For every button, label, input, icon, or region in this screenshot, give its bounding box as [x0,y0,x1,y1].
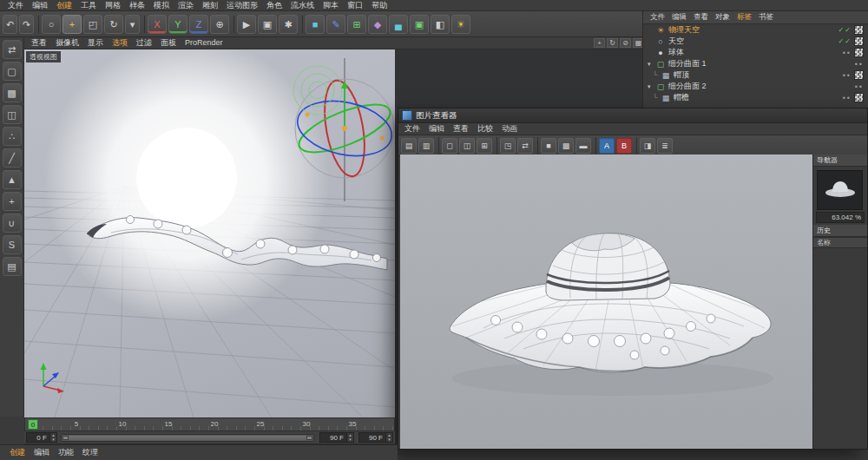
edges-mode-icon[interactable]: ╱ [3,148,22,168]
pv-menu-edit[interactable]: 编辑 [424,123,449,135]
object-row-sds-1[interactable]: ▾ ▢ 细分曲面 1 •• [643,58,868,69]
start-frame-field[interactable]: 0 F ▴▾ [26,432,57,443]
vp-menu-prorender[interactable]: ProRender [181,37,227,49]
enable-toggles[interactable]: •• [843,94,852,102]
material-menu-function[interactable]: 功能 [54,447,78,458]
menu-simulate[interactable]: 模拟 [149,0,174,11]
navigator-tab[interactable]: 导航器 [813,154,867,167]
zoom-level-field[interactable]: 63.042 % [816,212,865,223]
object-label[interactable]: 细分曲面 2 [668,81,707,92]
vp-menu-camera[interactable]: 摄像机 [51,37,83,49]
grid-view-icon[interactable]: ⊞ [477,138,492,154]
convert-icon[interactable]: ⇄ [3,40,22,59]
swap-compare-icon[interactable]: ⇄ [517,138,533,154]
live-selection-icon[interactable]: ○ [42,15,61,34]
vp-menu-display[interactable]: 显示 [83,37,108,49]
object-label[interactable]: 物理天空 [668,24,700,36]
texture-tag-icon[interactable] [854,70,864,80]
range-handle-left[interactable] [62,436,69,440]
om-menu-objects[interactable]: 对象 [712,12,733,23]
snap-icon[interactable]: ∪ [3,214,22,233]
menu-help[interactable]: 帮助 [367,0,391,11]
version-b-icon[interactable]: B [616,138,632,154]
om-menu-file[interactable]: 文件 [647,12,668,23]
texture-mode-icon[interactable]: ▩ [3,83,22,102]
range-handle-right[interactable] [306,436,312,440]
render-picture-viewer-icon[interactable]: ▣ [258,15,277,34]
texture-tag-icon[interactable] [854,93,864,102]
pan-view-icon[interactable]: + [594,38,605,48]
add-cube-icon[interactable]: ■ [306,15,325,34]
pv-menu-animation[interactable]: 动画 [497,123,522,135]
enable-toggles[interactable]: ✓✓ [838,37,852,45]
mark-image-icon[interactable]: ■ [541,138,556,154]
display-mode-icon[interactable]: ◧ [431,15,450,34]
workplane-mode-icon[interactable]: ◫ [3,105,22,124]
menu-create[interactable]: 创建 [52,0,76,11]
texture-tag-icon[interactable] [854,48,864,57]
menu-character[interactable]: 角色 [262,0,286,11]
frame-range-slider[interactable] [61,434,314,442]
pv-menu-view[interactable]: 查看 [449,123,473,135]
polygons-mode-icon[interactable]: ▲ [3,170,22,189]
pv-menu-file[interactable]: 文件 [400,123,424,135]
expand-icon[interactable]: ▾ [648,83,655,90]
histogram-icon[interactable]: ≣ [657,138,673,154]
render-settings-icon[interactable]: ✱ [279,15,298,34]
redo-icon[interactable]: ↷ [19,15,34,34]
object-label[interactable]: 帽顶 [674,69,689,81]
open-folder-icon[interactable]: ▤ [401,138,417,154]
menu-edit[interactable]: 编辑 [28,0,52,11]
camera-icon[interactable]: ▣ [410,15,429,34]
rendered-image-view[interactable] [400,154,812,449]
single-view-icon[interactable]: ◻ [442,138,457,154]
camera-label[interactable]: 透视视图 [26,51,61,62]
om-menu-view[interactable]: 查看 [690,12,712,23]
fit-to-view-icon[interactable]: ◳ [500,138,516,154]
menu-mograph[interactable]: 运动图形 [222,0,262,11]
menu-mesh[interactable]: 网格 [101,0,125,11]
om-menu-bookmarks[interactable]: 书签 [755,12,777,23]
mograph-icon[interactable]: ⊞ [347,15,366,34]
menu-pipeline[interactable]: 流水线 [286,0,319,11]
spinner-icon[interactable]: ▴▾ [385,433,392,442]
dual-view-icon[interactable]: ◫ [459,138,475,154]
move-tool-icon[interactable]: + [62,15,82,34]
menu-spline[interactable]: 样条 [125,0,149,11]
points-mode-icon[interactable]: ∴ [3,127,22,146]
menu-script[interactable]: 脚本 [319,0,343,11]
om-menu-tags[interactable]: 标签 [733,12,755,23]
filmstrip-icon[interactable]: ▬ [575,138,591,154]
end-frame-field[interactable]: 90 F ▴▾ [319,432,354,443]
menu-window[interactable]: 窗口 [343,0,367,11]
undo-icon[interactable]: ↶ [3,15,17,34]
history-tab[interactable]: 历史 [813,225,867,237]
scale-tool-icon[interactable]: ◰ [83,15,102,34]
object-row-sphere[interactable]: ● 球体 •• [643,47,868,58]
perspective-viewport[interactable]: 透视视图 [24,49,395,417]
object-label[interactable]: 帽檐 [674,92,689,103]
object-row-hat-top[interactable]: └ ▦ 帽顶 •• [643,69,868,81]
current-frame-marker[interactable]: 0 [28,419,38,430]
object-row-sky[interactable]: ○ 天空 ✓✓ [643,36,868,47]
spinner-icon[interactable]: ▴▾ [49,433,56,442]
material-menu-texture[interactable]: 纹理 [78,447,102,458]
menu-render[interactable]: 渲染 [174,0,198,11]
rotate-tool-icon[interactable]: ↻ [104,15,123,34]
object-label[interactable]: 天空 [668,36,684,47]
viewport-solo-icon[interactable]: S [3,235,22,254]
coordinate-system-icon[interactable]: ⊕ [210,15,229,34]
object-row-hat-brim[interactable]: └ ▦ 帽檐 •• [643,92,868,103]
texture-tag-icon[interactable] [854,36,864,46]
enable-toggles[interactable]: •• [855,60,864,69]
save-image-icon[interactable]: ▥ [418,138,434,154]
enable-toggles[interactable]: ✓✓ [838,26,852,34]
model-mode-icon[interactable]: ▢ [3,62,22,81]
material-menu-create[interactable]: 创建 [5,447,30,458]
layers-icon[interactable]: ▩ [558,138,574,154]
lock-z-axis-icon[interactable]: Z [189,15,208,34]
material-menu-edit[interactable]: 编辑 [30,447,54,458]
render-view-icon[interactable]: ▶ [237,15,256,34]
add-spline-icon[interactable]: ✎ [326,15,345,34]
vp-menu-panel[interactable]: 面板 [156,37,181,49]
